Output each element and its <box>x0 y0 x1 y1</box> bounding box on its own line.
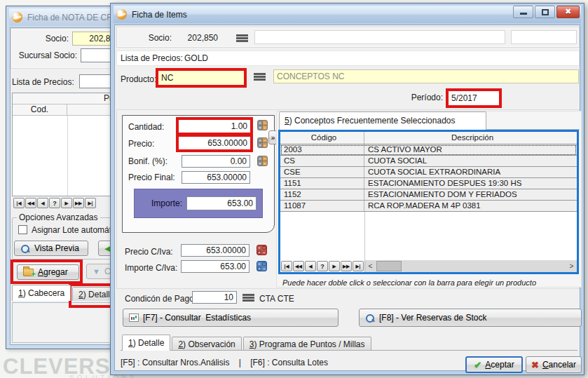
cantidad-annotation-frame: 1.00 <box>176 117 253 135</box>
f7-consultar-estadisticas-button[interactable]: [F7] - Consultar Estadísticas <box>123 309 339 327</box>
scroll-right-arrow[interactable]: > <box>566 260 577 272</box>
nav-last-button[interactable]: ▶| <box>85 198 96 208</box>
tab-detalle[interactable]: 1) Detalle <box>122 335 170 351</box>
calculator-icon[interactable] <box>257 120 268 130</box>
tab-cabecera[interactable]: 1) Cabecera <box>12 285 71 301</box>
minimize-button[interactable] <box>513 6 533 18</box>
producto-menu-icon[interactable] <box>254 73 266 81</box>
opciones-avanzadas-title: Opciones Avanzadas <box>17 212 100 222</box>
importe-civa-field[interactable]: 653.00 <box>181 260 249 273</box>
precio-final-label: Precio Final: <box>128 173 175 182</box>
conceptos-table[interactable]: Código Descripción 2003 CS ACTIVO MAYOR … <box>278 130 579 274</box>
nav-fast-next-button[interactable]: ▶▶ <box>341 261 352 271</box>
cantidad-label: Cantidad: <box>128 122 164 132</box>
minimize-icon <box>520 13 527 15</box>
aceptar-button[interactable]: ✔ Aceptar <box>465 356 523 373</box>
horizontal-scrollbar[interactable]: < > <box>364 260 577 272</box>
col-header-codigo: Código <box>280 132 364 144</box>
detalle-observacion-tabs: 1) Detalle 2) Observación 3) Programa de… <box>122 335 373 351</box>
check-icon: ✔ <box>474 360 481 370</box>
sucursal-socio-label: Sucursal Socio: <box>11 50 77 60</box>
table-navigator: |◀ ◀◀ ◀ ? ▶ ▶▶ ▶| <box>281 261 364 271</box>
nav-next-button[interactable]: ▶ <box>329 261 340 271</box>
bonif-label: Bonif. (%): <box>128 156 167 166</box>
table-row[interactable]: 2003 CS ACTIVO MAYOR <box>280 144 577 156</box>
tab-conceptos-frecuentes[interactable]: 5) Conceptos Frecuentemente Seleccionado… <box>279 112 486 130</box>
vista-previa-button[interactable]: Vista Previa <box>14 241 88 256</box>
f8-ver-reservas-button[interactable]: [F8] - Ver Reservas de Stock <box>359 309 582 327</box>
producto-label: Producto: <box>121 74 156 84</box>
periodo-field[interactable]: 5/2017 <box>449 91 499 105</box>
maximize-button[interactable] <box>535 6 555 18</box>
x-icon: ✖ <box>531 360 539 370</box>
table-row[interactable]: 1151 ESTACIONAMIENTO DESPUES 19:30 HS <box>280 178 577 189</box>
socio-menu-icon[interactable] <box>236 34 248 42</box>
close-button[interactable] <box>556 6 580 18</box>
ficha-items-client: Socio: 202,850 Lista de Precios: GOLD Pr… <box>114 25 580 371</box>
periodo-annotation-frame: 5/2017 <box>446 88 502 108</box>
magnifier-icon <box>365 313 375 323</box>
nav-last-button[interactable]: ▶| <box>353 261 364 271</box>
grid-col-cod-header: Cod. <box>13 104 67 116</box>
agregar-button[interactable]: Agregar <box>17 264 79 280</box>
socio-extra-field[interactable] <box>511 30 577 44</box>
caption-buttons <box>513 6 580 18</box>
producto-descripcion-field: CONCEPTOS NC <box>273 69 579 83</box>
calculator-icon[interactable] <box>257 137 268 148</box>
precio-civa-label: Precio C/Iva: <box>125 247 173 257</box>
nav-first-button[interactable]: |◀ <box>13 198 25 208</box>
asignar-lote-checkbox[interactable] <box>18 225 27 234</box>
tab-observacion[interactable]: 2) Observación <box>172 337 241 351</box>
table-row[interactable]: CSE CUOTA SOCIAL EXTRAORDINARIA <box>280 167 577 178</box>
f5-f6-shortcuts-text: [F5] : Consultar Nros.Análisis | [F6] : … <box>121 358 328 367</box>
cantidad-field[interactable]: 1.00 <box>179 120 250 133</box>
col-header-descripcion: Descripción <box>364 132 577 144</box>
importe-panel: Importe: 653.00 <box>134 189 263 218</box>
lista-precios-row: Lista de Precios: GOLD <box>116 50 580 66</box>
precio-final-field[interactable]: 653.00000 <box>182 171 250 184</box>
nav-fast-prev-button[interactable]: ◀◀ <box>293 261 304 271</box>
producto-field[interactable]: NC <box>158 71 244 85</box>
calculator-blue-icon[interactable] <box>257 261 267 271</box>
importe-civa-label: Importe C/Iva: <box>125 263 177 273</box>
item-values-panel: Cantidad: 1.00 Precio: 653.00000 Bonif. … <box>122 115 275 233</box>
calculator-red-icon[interactable] <box>257 245 267 255</box>
condicion-pago-field[interactable]: 10 <box>192 291 237 304</box>
nav-search-button[interactable]: ? <box>49 198 60 208</box>
titlebar-ficha-items[interactable]: Ficha de Items <box>114 6 581 23</box>
precio-field[interactable]: 653.00000 <box>179 137 250 149</box>
tabstrip-line <box>121 350 577 351</box>
cancelar-button[interactable]: ✖ Cancelar <box>526 356 582 373</box>
app-sphere-icon <box>12 12 22 22</box>
scroll-left-arrow[interactable]: < <box>365 260 376 272</box>
socio-value: 202,850 <box>173 33 218 43</box>
asignar-lote-label: Asignar Lote automáti <box>32 225 114 235</box>
nav-fast-next-button[interactable]: ▶▶ <box>73 198 84 208</box>
socio-panel: Socio: 202,850 <box>116 27 580 48</box>
precio-civa-field[interactable]: 653.00000 <box>181 244 249 257</box>
nav-fast-prev-button[interactable]: ◀◀ <box>25 198 36 208</box>
magnifier-icon <box>20 244 30 253</box>
nav-first-button[interactable]: |◀ <box>281 261 292 271</box>
importe-field: 653.00 <box>186 196 257 210</box>
nav-prev-button[interactable]: ◀ <box>37 198 48 208</box>
calculator-icon[interactable] <box>257 156 268 166</box>
scrollbar-thumb[interactable] <box>376 261 402 271</box>
table-row[interactable]: 11087 RCA ROP.MADERA M 4P 0381 <box>280 201 577 212</box>
table-row[interactable]: 1152 ESTACIONAMIENTO DOM Y FERIADOS <box>280 189 577 201</box>
nav-next-button[interactable]: ▶ <box>61 198 72 208</box>
tab-programa-puntos[interactable]: 3) Programa de Puntos / Millas <box>243 337 371 351</box>
statistics-icon <box>129 313 139 322</box>
table-row[interactable]: CS CUOTA SOCIAL <box>280 156 577 167</box>
nav-prev-button[interactable]: ◀ <box>305 261 316 271</box>
bonif-field[interactable]: 0.00 <box>182 155 250 168</box>
grid-navigator: |◀ ◀◀ ◀ ? ▶ ▶▶ ▶| <box>13 198 96 208</box>
condicion-menu-icon[interactable] <box>242 294 254 302</box>
down-arrow-icon: ▼ <box>93 267 100 276</box>
conceptos-group: 5) Conceptos Frecuentemente Seleccionado… <box>276 111 582 288</box>
table-header-row: Código Descripción <box>280 132 577 144</box>
socio-name-field[interactable] <box>254 30 505 44</box>
importe-label: Importe: <box>139 198 182 208</box>
nav-search-button[interactable]: ? <box>317 261 328 271</box>
app-sphere-icon <box>116 9 127 20</box>
